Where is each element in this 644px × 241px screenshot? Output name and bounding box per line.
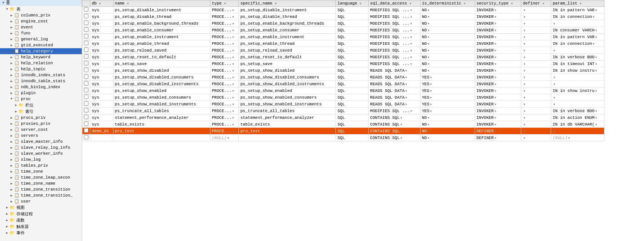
sidebar-item-栏位[interactable]: ▶📁栏位 <box>0 102 82 108</box>
dropdown-arrow-type[interactable]: ▼ <box>232 35 234 39</box>
dropdown-arrow-param_list[interactable]: ▼ <box>595 69 597 72</box>
dropdown-arrow-security_type[interactable]: ▼ <box>494 62 496 66</box>
dropdown-arrow-is_deterministic[interactable]: ▼ <box>428 56 429 59</box>
table-row[interactable]: sysps_setup_enable_threadPROCE...▼ps_set… <box>82 40 604 47</box>
row-checkbox[interactable] <box>84 108 88 112</box>
dropdown-arrow-definer[interactable]: ▼ <box>523 9 525 12</box>
toggle-time_zone_leap_secon[interactable]: ▶ <box>9 176 14 180</box>
data-grid-container[interactable]: db ▼ name ▼ type ▼ specific_name ▼ langu… <box>82 0 644 241</box>
sort-is-deterministic[interactable]: ▼ <box>464 2 468 5</box>
toggle-servers[interactable]: ▶ <box>9 134 14 138</box>
sort-definer[interactable]: ▼ <box>543 2 546 5</box>
sidebar-item-time_zone_name[interactable]: ▶📋time_zone_name <box>0 180 82 186</box>
dropdown-arrow-definer[interactable]: ▼ <box>523 83 525 86</box>
dropdown-arrow-definer[interactable]: ▼ <box>523 29 525 32</box>
table-row[interactable]: sysps_setup_show_enabled_instrumentsPROC… <box>82 101 604 108</box>
toggle-time_zone_transition[interactable]: ▶ <box>9 188 14 192</box>
dropdown-arrow-definer[interactable]: ▼ <box>523 69 525 72</box>
row-checkbox[interactable] <box>84 7 88 12</box>
dropdown-arrow-sql_data_access[interactable]: ▼ <box>405 76 407 79</box>
dropdown-arrow-type[interactable]: ▼ <box>232 103 234 106</box>
dropdown-arrow-sql_data_access[interactable]: ▼ <box>410 49 412 52</box>
dropdown-arrow-sql_data_access[interactable]: ▼ <box>410 56 412 59</box>
toggle-event[interactable]: ▶ <box>9 25 14 30</box>
row-checkbox[interactable] <box>84 47 88 52</box>
dropdown-arrow-definer[interactable]: ▼ <box>523 89 525 93</box>
row-checkbox-cell[interactable] <box>82 81 90 87</box>
dropdown-arrow-type[interactable]: ▼ <box>232 69 234 72</box>
dropdown-arrow-definer[interactable]: ▼ <box>523 56 525 59</box>
col-is-deterministic[interactable]: is_deterministic ▼ <box>420 0 475 7</box>
sort-specific-name[interactable]: ▼ <box>275 2 279 5</box>
row-checkbox[interactable] <box>84 14 88 18</box>
toggle-proc[interactable]: ▼ <box>9 97 14 101</box>
dropdown-arrow-is_deterministic[interactable]: ▼ <box>428 116 429 120</box>
toggle-表[interactable]: ▼ <box>4 7 10 11</box>
col-param-list[interactable]: param_list ▼ <box>551 0 604 7</box>
dropdown-arrow-security_type[interactable]: ▼ <box>494 22 496 25</box>
row-checkbox-cell[interactable] <box>82 13 90 20</box>
sidebar-item-slave_worker_info[interactable]: ▶📋slave_worker_info <box>0 151 82 157</box>
toggle-函数[interactable]: ▶ <box>4 218 10 222</box>
table-row[interactable]: sysps_setup_enable_instrumentPROCE...▼ps… <box>82 34 604 40</box>
dropdown-arrow-security_type[interactable]: ▼ <box>494 76 496 79</box>
row-checkbox-cell[interactable] <box>82 20 90 27</box>
col-language[interactable]: language ▼ <box>336 0 368 7</box>
dropdown-arrow-sql_data_access[interactable]: ▼ <box>400 123 402 126</box>
dropdown-arrow-is_deterministic[interactable]: ▼ <box>428 29 429 32</box>
sidebar-item-plugin[interactable]: ▶📋plugin <box>0 90 82 96</box>
sidebar-item-time_zone_transition_[interactable]: ▶📋time_zone_transition_ <box>0 192 82 198</box>
dropdown-arrow-param_list[interactable]: ▼ <box>553 103 555 106</box>
dropdown-arrow-sql_data_access[interactable]: ▼ <box>410 15 412 19</box>
row-checkbox[interactable] <box>84 121 88 126</box>
row-checkbox[interactable] <box>84 34 88 38</box>
sort-language[interactable]: ▼ <box>360 2 363 5</box>
sidebar-item-general_log[interactable]: ▶📋general_log <box>0 36 82 42</box>
toggle-触发器[interactable]: ▶ <box>4 225 10 229</box>
toggle-tables_priv[interactable]: ▶ <box>9 164 14 168</box>
dropdown-arrow-is_deterministic[interactable]: ▼ <box>430 83 432 86</box>
dropdown-arrow-definer[interactable]: ▼ <box>523 96 525 99</box>
dropdown-arrow-sql_data_access[interactable]: ▼ <box>410 22 412 25</box>
dropdown-arrow-security_type[interactable]: ▼ <box>494 42 496 46</box>
dropdown-arrow-type[interactable]: ▼ <box>232 76 234 79</box>
table-row[interactable]: sysps_setup_disable_instrumentPROCE...▼p… <box>82 7 604 13</box>
sidebar-item-视图[interactable]: ▶📁视图 <box>0 204 82 211</box>
row-checkbox[interactable] <box>84 101 88 106</box>
sidebar-item-proxies_priv[interactable]: ▶📋proxies_priv <box>0 121 82 127</box>
dropdown-arrow-is_deterministic[interactable]: ▼ <box>428 35 429 39</box>
sidebar-item-innodb_table_stats[interactable]: ▶📋innodb_table_stats <box>0 78 82 84</box>
toggle-help_category[interactable]: ▶ <box>9 49 14 53</box>
toggle-user[interactable]: ▶ <box>9 200 14 204</box>
dropdown-arrow-security_type[interactable]: ▼ <box>494 109 496 113</box>
dropdown-arrow-security_type[interactable]: ▼ <box>494 89 496 93</box>
dropdown-arrow-security_type[interactable]: ▼ <box>494 130 496 133</box>
dropdown-arrow-is_deterministic[interactable]: ▼ <box>428 123 429 126</box>
dropdown-arrow-sql_data_access[interactable]: ▼ <box>400 130 402 133</box>
toggle-server_cost[interactable]: ▶ <box>9 128 14 132</box>
dropdown-arrow-is_deterministic[interactable]: ▼ <box>430 103 432 106</box>
toggle-索引[interactable]: ▶ <box>13 109 19 114</box>
table-row[interactable]: sysps_setup_show_disabled_instrumentsPRO… <box>82 81 604 87</box>
dropdown-arrow-sql_data_access[interactable]: ▼ <box>410 42 412 46</box>
toggle-proxies_priv[interactable]: ▶ <box>9 122 14 126</box>
toggle-innodb_index_stats[interactable]: ▶ <box>9 73 14 77</box>
row-checkbox[interactable] <box>84 61 88 65</box>
table-row[interactable]: demo_01pro_testPROCE...▼pro_testSQLCONTA… <box>82 128 604 135</box>
table-row[interactable]: sysps_setup_reset_to_defaultPROCE...▼ps_… <box>82 54 604 61</box>
dropdown-arrow-param_list[interactable]: ▼ <box>593 15 595 19</box>
row-checkbox-cell[interactable] <box>82 40 90 47</box>
dropdown-arrow-is_deterministic[interactable]: ▼ <box>428 22 429 25</box>
toggle-time_zone_name[interactable]: ▶ <box>9 182 14 186</box>
sort-param-list[interactable]: ▼ <box>580 2 584 5</box>
table-row[interactable]: sysps_setup_enable_background_threadsPRO… <box>82 20 604 27</box>
table-row[interactable]: sysps_setup_show_enabled_consumersPROCE.… <box>82 94 604 101</box>
row-checkbox[interactable] <box>84 115 88 119</box>
row-checkbox[interactable] <box>84 81 88 86</box>
sidebar-item-user[interactable]: ▶📋user <box>0 198 82 204</box>
sort-name[interactable]: ▼ <box>127 2 131 5</box>
dropdown-arrow-definer[interactable]: ▼ <box>523 116 525 120</box>
row-checkbox-cell[interactable] <box>82 74 90 81</box>
sidebar-item-innodb_index_stats[interactable]: ▶📋innodb_index_stats <box>0 72 82 78</box>
dropdown-arrow-security_type[interactable]: ▼ <box>494 136 496 140</box>
